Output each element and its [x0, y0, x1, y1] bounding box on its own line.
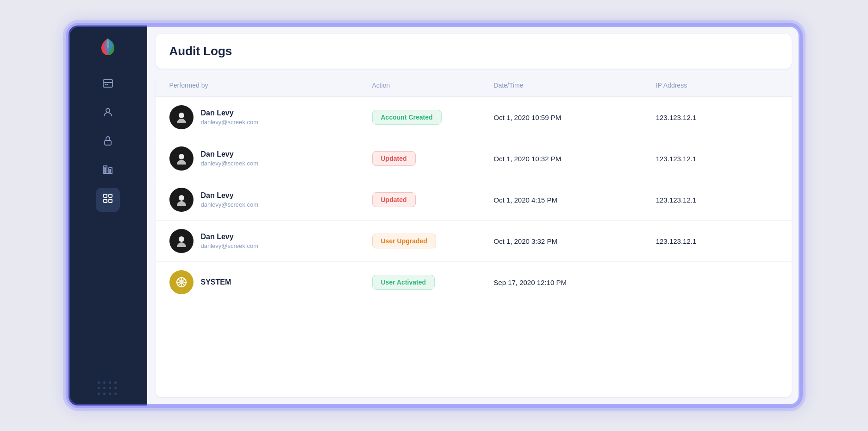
- svg-rect-6: [105, 170, 106, 171]
- svg-rect-13: [109, 199, 112, 203]
- datetime: Oct 1, 2020 10:32 PM: [493, 155, 656, 163]
- content-area: Audit Logs Performed by Action Date/Time…: [147, 25, 800, 406]
- svg-rect-12: [104, 199, 107, 203]
- inbox-icon: [102, 78, 113, 92]
- svg-rect-5: [105, 168, 106, 169]
- user-cell: Dan Levy danlevy@screek.com: [169, 105, 372, 129]
- user-email: danlevy@screek.com: [201, 119, 258, 126]
- action-cell: Updated: [372, 151, 494, 166]
- svg-rect-7: [105, 171, 106, 172]
- table-row: SYSTEM User Activated Sep 17, 2020 12:10…: [156, 262, 792, 303]
- user-email: danlevy@screek.com: [201, 242, 258, 249]
- sidebar-item-profile[interactable]: [96, 101, 120, 126]
- action-badge: Account Created: [372, 110, 442, 125]
- user-email: danlevy@screek.com: [201, 160, 258, 167]
- audit-icon: [102, 193, 113, 207]
- svg-point-1: [106, 108, 110, 112]
- datetime: Oct 1, 2020 10:59 PM: [493, 114, 656, 121]
- ip-address: 123.123.12.1: [656, 237, 778, 245]
- lock-icon: [102, 135, 113, 149]
- svg-rect-2: [105, 140, 111, 145]
- avatar: [169, 146, 194, 171]
- svg-point-14: [179, 113, 184, 118]
- svg-point-19: [180, 280, 183, 284]
- user-info: Dan Levy danlevy@screek.com: [201, 109, 258, 126]
- ip-address: 123.123.12.1: [656, 114, 778, 121]
- col-header-performed-by: Performed by: [169, 82, 372, 89]
- user-name: SYSTEM: [201, 278, 231, 286]
- svg-point-17: [179, 236, 184, 242]
- user-info: Dan Levy danlevy@screek.com: [201, 191, 258, 208]
- sidebar-item-inbox[interactable]: [96, 73, 120, 97]
- building-icon: [102, 164, 113, 178]
- col-header-action: Action: [372, 82, 494, 89]
- outer-wrapper: Audit Logs Performed by Action Date/Time…: [69, 25, 800, 406]
- user-name: Dan Levy: [201, 191, 258, 200]
- svg-rect-11: [109, 194, 112, 197]
- table-header-row: Performed by Action Date/Time IP Address: [156, 74, 792, 97]
- app-logo[interactable]: [96, 35, 120, 59]
- user-info: Dan Levy danlevy@screek.com: [201, 150, 258, 167]
- avatar: [169, 105, 194, 129]
- user-name: Dan Levy: [201, 109, 258, 117]
- sidebar-item-security[interactable]: [96, 130, 120, 154]
- page-title: Audit Logs: [169, 44, 778, 58]
- svg-rect-9: [110, 171, 111, 172]
- profile-icon: [102, 107, 113, 120]
- sidebar: [69, 25, 147, 406]
- action-badge: Updated: [372, 151, 416, 166]
- svg-point-16: [179, 195, 184, 201]
- user-info: Dan Levy danlevy@screek.com: [201, 233, 258, 249]
- sidebar-dots: [98, 381, 118, 396]
- avatar: [169, 270, 194, 294]
- user-email: danlevy@screek.com: [201, 201, 258, 208]
- user-cell: Dan Levy danlevy@screek.com: [169, 229, 372, 253]
- action-cell: Account Created: [372, 110, 494, 125]
- action-cell: User Activated: [372, 275, 494, 290]
- audit-log-table: Performed by Action Date/Time IP Address: [156, 74, 792, 397]
- action-cell: User Upgraded: [372, 234, 494, 248]
- action-badge: Updated: [372, 192, 416, 207]
- svg-rect-0: [103, 80, 112, 87]
- datetime: Oct 1, 2020 4:15 PM: [493, 196, 656, 204]
- ip-address: 123.123.12.1: [656, 196, 778, 204]
- action-cell: Updated: [372, 192, 494, 207]
- action-badge: User Upgraded: [372, 234, 436, 248]
- datetime: Oct 1, 2020 3:32 PM: [493, 237, 656, 245]
- header-card: Audit Logs: [156, 34, 792, 69]
- sidebar-item-organization[interactable]: [96, 159, 120, 183]
- svg-rect-8: [110, 170, 111, 171]
- col-header-ip: IP Address: [656, 82, 778, 89]
- user-cell: Dan Levy danlevy@screek.com: [169, 188, 372, 212]
- svg-rect-10: [104, 194, 107, 197]
- ip-address: 123.123.12.1: [656, 155, 778, 163]
- table-row: Dan Levy danlevy@screek.com Updated Oct …: [156, 138, 792, 179]
- user-info: SYSTEM: [201, 278, 231, 286]
- table-row: Dan Levy danlevy@screek.com Account Crea…: [156, 97, 792, 138]
- avatar: [169, 188, 194, 212]
- col-header-datetime: Date/Time: [493, 82, 656, 89]
- user-name: Dan Levy: [201, 150, 258, 158]
- user-cell: SYSTEM: [169, 270, 372, 294]
- main-container: Audit Logs Performed by Action Date/Time…: [69, 25, 800, 406]
- datetime: Sep 17, 2020 12:10 PM: [493, 279, 656, 286]
- user-cell: Dan Levy danlevy@screek.com: [169, 146, 372, 171]
- table-row: Dan Levy danlevy@screek.com Updated Oct …: [156, 179, 792, 221]
- table-row: Dan Levy danlevy@screek.com User Upgrade…: [156, 221, 792, 262]
- user-name: Dan Levy: [201, 233, 258, 241]
- svg-point-15: [179, 154, 184, 159]
- avatar: [169, 229, 194, 253]
- sidebar-item-audit[interactable]: [96, 188, 120, 212]
- action-badge: User Activated: [372, 275, 435, 290]
